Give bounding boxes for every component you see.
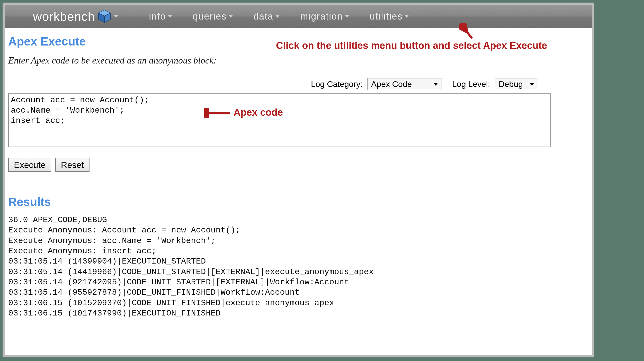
nav-info[interactable]: info [149, 11, 172, 22]
nav-migration[interactable]: migration [300, 11, 349, 22]
cube-icon [97, 9, 112, 24]
chevron-down-icon [114, 15, 118, 18]
apex-code-input[interactable] [8, 93, 551, 147]
chevron-down-icon [229, 15, 233, 18]
log-controls: Log Category: Apex Code Log Level: Debug [8, 78, 589, 90]
chevron-down-icon [168, 15, 172, 18]
nav-queries-label: queries [193, 11, 227, 22]
nav-info-label: info [149, 11, 166, 22]
chevron-down-icon [530, 83, 534, 86]
chevron-down-icon [345, 15, 349, 18]
nav-data[interactable]: data [253, 11, 280, 22]
results-log: 36.0 APEX_CODE,DEBUG Execute Anonymous: … [8, 215, 589, 319]
nav-utilities-label: utilities [370, 11, 402, 22]
instruction-text: Enter Apex code to be executed as an ano… [8, 55, 589, 66]
annotation-code-hint: Apex code [234, 107, 283, 118]
brand-text: workbench [33, 10, 95, 24]
execute-button[interactable]: Execute [8, 158, 51, 172]
reset-button[interactable]: Reset [55, 158, 90, 172]
arrow-icon [459, 23, 477, 41]
svg-line-3 [463, 27, 472, 38]
log-level-select[interactable]: Debug [495, 78, 538, 90]
chevron-down-icon [275, 15, 280, 18]
brand-logo[interactable]: workbench [33, 9, 118, 24]
chevron-down-icon [405, 15, 409, 18]
nav-queries[interactable]: queries [193, 11, 233, 22]
log-category-label: Log Category: [311, 79, 363, 89]
arrow-icon [204, 108, 232, 118]
log-level-value: Debug [499, 79, 523, 89]
nav-migration-label: migration [300, 11, 343, 22]
app-window: workbench info queries data [5, 5, 592, 355]
results-title: Results [8, 195, 589, 209]
window-frame: workbench info queries data [3, 3, 594, 357]
main-navbar: workbench info queries data [5, 5, 592, 28]
log-level-label: Log Level: [452, 79, 490, 89]
button-row: Execute Reset [8, 158, 589, 172]
log-category-value: Apex Code [371, 79, 412, 89]
nav-data-label: data [253, 11, 273, 22]
page-body: Apex Execute Click on the utilities menu… [5, 28, 592, 321]
annotation-utilities-hint: Click on the utilities menu button and s… [276, 40, 547, 51]
nav-utilities[interactable]: utilities [370, 11, 409, 22]
chevron-down-icon [433, 83, 438, 86]
log-category-select[interactable]: Apex Code [367, 78, 442, 90]
